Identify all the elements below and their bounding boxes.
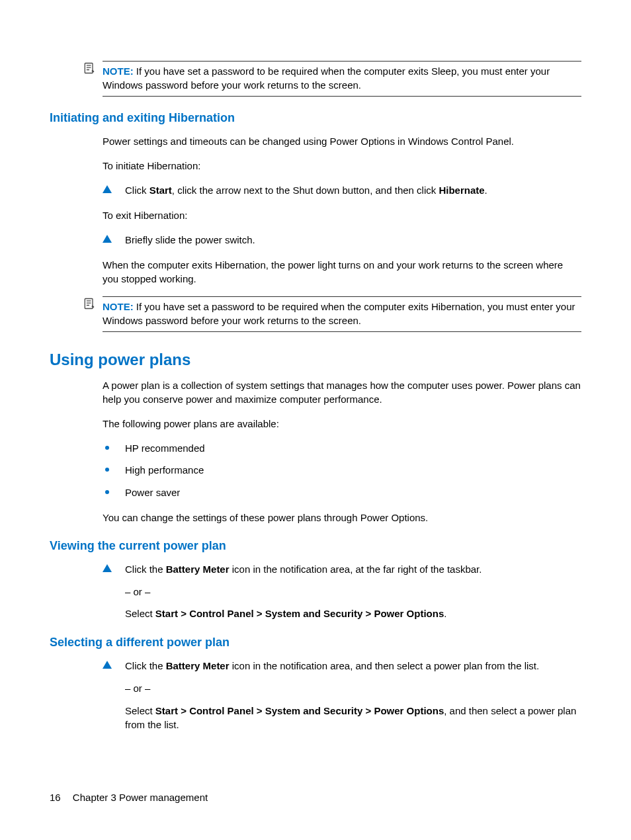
triangle-bullet-icon [103, 661, 112, 669]
list-item: Click the Battery Meter icon in the noti… [103, 562, 581, 621]
text: Select [125, 608, 155, 619]
text: Click the [125, 660, 166, 671]
step-list: Click the Battery Meter icon in the noti… [103, 659, 581, 732]
text: . [444, 608, 446, 619]
body-text: A power plan is a collection of system s… [103, 378, 581, 406]
text: Click [125, 185, 149, 196]
step-text: Click the Battery Meter icon in the noti… [125, 660, 539, 671]
list-item: Click the Battery Meter icon in the noti… [103, 659, 581, 732]
text: Select [125, 705, 155, 716]
note-body: NOTE: If you have set a password to be r… [103, 296, 581, 332]
bold-text: Start > Control Panel > System and Secur… [155, 608, 444, 619]
svg-rect-0 [85, 63, 93, 73]
note-icon [83, 62, 99, 77]
step-list: Briefly slide the power switch. [103, 233, 581, 247]
triangle-bullet-icon [103, 185, 112, 193]
body-text: Power settings and timeouts can be chang… [103, 134, 581, 148]
step-text: Click the Battery Meter icon in the noti… [125, 564, 482, 575]
text: icon in the notification area, at the fa… [230, 564, 482, 575]
list-item: Click Start, click the arrow next to the… [103, 183, 581, 198]
body-text: When the computer exits Hibernation, the… [103, 258, 581, 286]
dot-bullet-icon [105, 446, 109, 450]
note-block: NOTE: If you have set a password to be r… [83, 296, 581, 332]
bold-text: Battery Meter [166, 660, 230, 671]
body-text: You can change the settings of these pow… [103, 511, 581, 525]
note-label: NOTE: [103, 65, 134, 77]
page-number: 16 [50, 792, 61, 803]
list-item: Briefly slide the power switch. [103, 233, 581, 247]
text: Click the [125, 564, 166, 575]
bullet-text: HP recommended [125, 442, 205, 454]
list-item: Power saver [103, 485, 581, 500]
dot-bullet-icon [105, 490, 109, 494]
dot-bullet-icon [105, 468, 109, 472]
step-text: Select Start > Control Panel > System an… [125, 607, 581, 621]
triangle-bullet-icon [103, 564, 112, 572]
svg-rect-1 [85, 298, 93, 308]
note-icon [83, 297, 99, 312]
bold-text: Battery Meter [166, 564, 230, 575]
bold-text: Start [149, 185, 172, 196]
text: icon in the notification area, and then … [230, 660, 540, 671]
note-label: NOTE: [103, 301, 134, 312]
list-item: High performance [103, 463, 581, 478]
step-text: Select Start > Control Panel > System an… [125, 704, 581, 733]
page-footer: 16 Chapter 3 Power management [50, 792, 208, 803]
body-text: The following power plans are available: [103, 417, 581, 431]
document-page: NOTE: If you have set a password to be r… [0, 0, 631, 840]
body-text: To initiate Hibernation: [103, 159, 581, 173]
heading-initiating-hibernation: Initiating and exiting Hibernation [50, 111, 581, 125]
or-separator: – or – [125, 585, 581, 599]
text: . [485, 185, 487, 196]
note-text: If you have set a password to be require… [103, 65, 550, 91]
body-text: To exit Hibernation: [103, 208, 581, 222]
step-text: Briefly slide the power switch. [125, 234, 255, 245]
bold-text: Start > Control Panel > System and Secur… [155, 705, 444, 716]
list-item: HP recommended [103, 441, 581, 456]
heading-using-power-plans: Using power plans [50, 351, 581, 369]
bold-text: Hibernate [439, 185, 484, 196]
or-separator: – or – [125, 681, 581, 696]
triangle-bullet-icon [103, 235, 112, 243]
bullet-text: High performance [125, 464, 204, 476]
heading-viewing-power-plan: Viewing the current power plan [50, 539, 581, 553]
step-list: Click the Battery Meter icon in the noti… [103, 562, 581, 621]
heading-selecting-power-plan: Selecting a different power plan [50, 636, 581, 650]
step-text: Click Start, click the arrow next to the… [125, 185, 487, 196]
step-list: Click Start, click the arrow next to the… [103, 183, 581, 198]
bullet-text: Power saver [125, 487, 180, 498]
text: , click the arrow next to the Shut down … [172, 185, 439, 196]
note-text: If you have set a password to be require… [103, 301, 575, 326]
note-body: NOTE: If you have set a password to be r… [103, 61, 581, 97]
chapter-title: Chapter 3 Power management [73, 792, 208, 803]
note-block: NOTE: If you have set a password to be r… [83, 61, 581, 97]
bullet-list: HP recommended High performance Power sa… [103, 441, 581, 500]
